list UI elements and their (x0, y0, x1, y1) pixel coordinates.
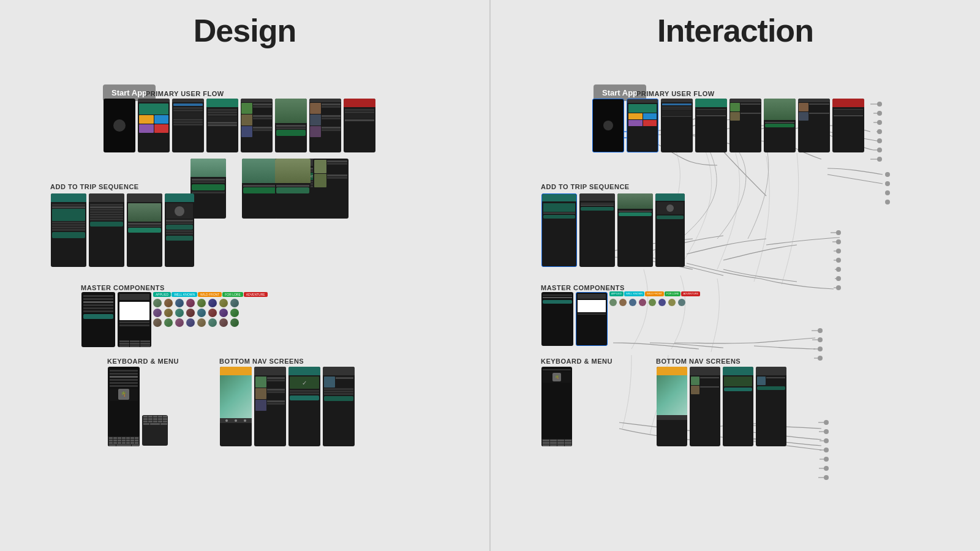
svg-point-8 (885, 181, 890, 186)
design-km-screens: 🌴 (107, 366, 168, 447)
screen-menu (138, 99, 170, 152)
svg-point-28 (824, 475, 829, 480)
int-screen-list2 (798, 99, 830, 152)
interaction-km-screens: 🌴 (541, 366, 573, 447)
svg-point-21 (818, 356, 823, 361)
int-screen-splash (592, 99, 624, 152)
int-screen-detail (764, 99, 796, 152)
interaction-att-screens (541, 193, 685, 268)
svg-point-22 (824, 420, 829, 425)
int-screen-bn1 (657, 367, 687, 446)
interaction-title: Interaction (503, 12, 968, 49)
svg-point-12 (836, 239, 841, 244)
screen-bn3: ✓ (288, 367, 320, 446)
svg-point-25 (824, 448, 829, 452)
screen-splash (104, 99, 135, 152)
screen-red-header (344, 99, 375, 152)
svg-point-5 (877, 148, 882, 152)
int-screen-trip2 (579, 193, 615, 267)
connection-lines-svg (491, 0, 980, 551)
svg-point-4 (877, 138, 882, 143)
int-screen-km: 🌴 (541, 367, 572, 446)
screen-large-image (275, 99, 307, 152)
svg-point-24 (824, 438, 829, 443)
svg-point-2 (877, 120, 882, 125)
svg-point-16 (836, 276, 841, 281)
int-screen-green (695, 99, 727, 152)
svg-point-23 (824, 429, 829, 434)
interaction-att-label: ADD TO TRIP SEQUENCE (541, 181, 630, 192)
interaction-puf-label: PRIMARY USER FLOW (636, 88, 715, 99)
screen-bn2 (254, 367, 286, 446)
svg-point-1 (877, 111, 882, 116)
int-screen-bn4 (756, 367, 786, 446)
svg-point-0 (877, 102, 882, 107)
svg-point-27 (824, 466, 829, 471)
design-puf-screens-row1 (103, 98, 376, 153)
svg-point-18 (818, 328, 823, 333)
svg-point-20 (818, 347, 823, 351)
int-screen-red (832, 99, 864, 152)
screen-km1: 🌴 (108, 367, 140, 446)
int-screen-trip3 (617, 193, 653, 267)
svg-point-11 (836, 230, 841, 235)
design-mc-screens: APPLIED WELL KNOWN WILD FRONT FOR LORE A… (81, 291, 268, 348)
screen-detail2 (242, 159, 277, 219)
design-km-label: KEYBOARD & MENU (107, 355, 179, 366)
svg-point-7 (885, 172, 890, 177)
screen-detail5 (313, 159, 349, 219)
screen-mc-menu (81, 292, 115, 347)
screen-trip2 (89, 193, 124, 267)
int-screen-bn2 (690, 367, 720, 446)
interaction-bn-label: BOTTOM NAV SCREENS (656, 355, 741, 366)
design-panel: Design Start App PRIMARY USER FLOW (0, 0, 489, 551)
design-title: Design (12, 12, 477, 49)
design-bn-screens: ✓ (219, 366, 355, 447)
screen-list2 (309, 99, 341, 152)
screen-bn1 (220, 367, 252, 446)
interaction-km-label: KEYBOARD & MENU (541, 355, 612, 366)
design-mc-tags-grid: APPLIED WELL KNOWN WILD FRONT FOR LORE A… (153, 291, 268, 348)
int-screen-imgs (729, 99, 761, 152)
svg-point-13 (836, 249, 841, 253)
interaction-mc-screens: APPLIED WELL KNOWN WILD FRONT FOR LORE A… (541, 291, 700, 347)
design-bn-label: BOTTOM NAV SCREENS (219, 355, 304, 366)
screen-image-list (241, 99, 273, 152)
svg-point-14 (836, 258, 841, 263)
int-screen-menu (627, 99, 658, 152)
screen-detail1 (190, 159, 226, 219)
interaction-panel: Interaction Start App PRIMARY USER FLOW (491, 0, 980, 551)
svg-point-3 (877, 129, 882, 134)
interaction-bn-screens (656, 366, 787, 447)
svg-point-15 (836, 267, 841, 272)
int-screen-mc-menu (541, 292, 573, 346)
design-puf-label: PRIMARY USER FLOW (146, 88, 224, 99)
svg-point-26 (824, 457, 829, 462)
interaction-puf-screens (592, 98, 865, 153)
svg-point-17 (836, 285, 841, 290)
screen-detail4 (275, 159, 311, 219)
svg-point-10 (885, 200, 890, 204)
svg-point-19 (818, 337, 823, 342)
int-screen-mc-search (576, 292, 608, 346)
int-screen-trip4 (655, 193, 685, 267)
int-mc-tags: APPLIED WELL KNOWN WILD FRONT FOR LORE A… (609, 291, 700, 347)
screen-bn4 (323, 367, 355, 446)
screen-trip3 (127, 193, 162, 267)
svg-point-6 (877, 157, 882, 162)
int-screen-trip1 (541, 193, 577, 267)
int-screen-list (661, 99, 693, 152)
screen-trip1 (51, 193, 86, 267)
design-puf-screens-row2b (274, 158, 349, 219)
screen-km2 (142, 415, 168, 446)
screen-green-header (206, 99, 238, 152)
screen-list1 (172, 99, 204, 152)
svg-point-9 (885, 190, 890, 195)
screen-mc-search (118, 292, 151, 347)
screen-trip4 (165, 193, 194, 267)
design-att-label: ADD TO TRIP SEQUENCE (50, 181, 139, 192)
design-att-screens (50, 193, 195, 268)
int-screen-bn3 (723, 367, 753, 446)
